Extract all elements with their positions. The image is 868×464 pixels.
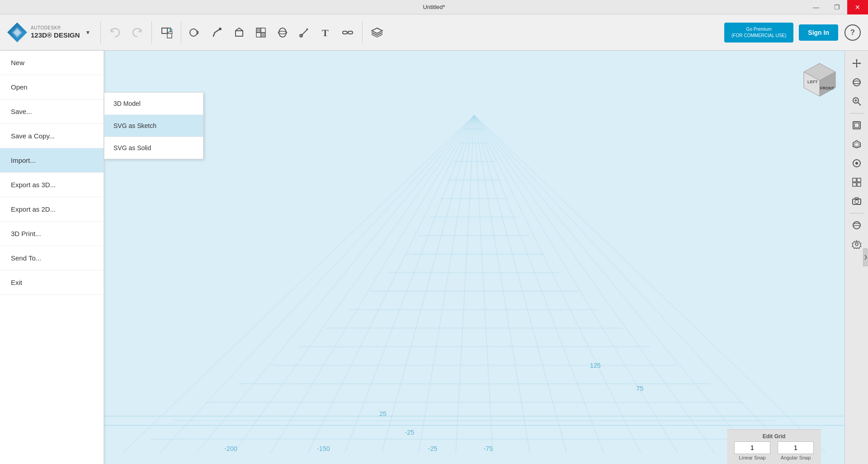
svg-rect-16 [256,33,261,37]
svg-line-62 [123,115,474,453]
smart-duplicate-button[interactable] [186,21,206,44]
sketch-button[interactable] [208,21,227,44]
svg-rect-13 [236,31,243,36]
import-svg-sketch[interactable]: SVG as Sketch [104,115,203,137]
menu-item-exit[interactable]: Exit [0,270,104,295]
angular-snap-input[interactable] [778,441,814,454]
svg-text:-150: -150 [317,445,330,452]
svg-rect-7 [167,33,172,38]
svg-rect-21 [343,31,347,34]
camera-button[interactable] [848,192,866,210]
logo-area: AUTODESK® 123D® DESIGN ▼ [4,23,96,43]
svg-text:125: 125 [590,362,601,369]
svg-line-27 [197,115,474,453]
svg-point-104 [855,243,858,246]
layers-button[interactable] [367,21,387,44]
menu-item-open[interactable]: Open [0,75,104,99]
svg-rect-15 [261,28,265,33]
redo-button[interactable] [127,21,147,44]
svg-rect-91 [854,123,859,128]
svg-marker-83 [859,62,861,64]
svg-text:25: 25 [379,410,387,417]
svg-text:-25: -25 [428,445,438,452]
svg-point-95 [855,162,858,165]
svg-text:FRONT: FRONT [820,86,834,90]
grid-view-button[interactable] [848,173,866,191]
orbit-button[interactable] [848,73,866,91]
modify-button[interactable] [251,21,271,44]
divider-3 [181,21,181,44]
app-menu-dropdown[interactable]: ▼ [84,28,93,38]
chain-button[interactable] [338,21,358,44]
menu-item-export-2d[interactable]: Export as 2D... [0,197,104,222]
svg-marker-80 [856,59,858,61]
import-svg-solid[interactable]: SVG as Solid [104,137,203,159]
minimize-button[interactable]: — [806,0,826,14]
go-premium-button[interactable]: Go Premium (FOR COMMERCIAL USE) [724,23,793,43]
svg-point-84 [853,79,860,86]
construct-button[interactable] [229,21,249,44]
sign-in-button[interactable]: Sign In [799,24,838,41]
svg-rect-99 [857,183,861,186]
menu-item-save[interactable]: Save... [0,99,104,124]
rt-divider-2 [850,213,863,213]
angular-snap-label: Angular Snap [781,455,811,460]
logo-text: AUTODESK® 123D® DESIGN [31,25,80,40]
menu-item-export-3d[interactable]: Export as 3D... [0,173,104,197]
svg-line-29 [271,115,474,453]
svg-line-42 [474,115,752,453]
menu-item-save-copy[interactable]: Save a Copy... [0,124,104,148]
zoom-button[interactable] [848,92,866,110]
3d-canvas[interactable]: .grid-line { stroke: #7ec8e3; stroke-wid… [104,51,844,464]
svg-line-87 [858,103,861,105]
autodesk-logo-icon [7,23,27,43]
linear-snap-input[interactable] [734,441,770,454]
svg-line-32 [382,115,474,453]
svg-text:-75: -75 [483,445,493,452]
svg-line-40 [474,115,678,453]
import-3d-model[interactable]: 3D Model [104,93,203,115]
view-cube[interactable]: LEFT FRONT [799,60,835,96]
divider-2 [151,21,152,44]
svg-line-35 [474,115,493,453]
right-panel-toggle[interactable] [863,248,868,266]
home-view-button[interactable] [848,154,866,172]
svg-rect-22 [348,31,353,34]
primitive-shapes-button[interactable] [156,21,176,44]
pattern-button[interactable] [273,21,292,44]
pan-button[interactable] [848,54,866,72]
text-button[interactable]: T [316,21,336,44]
help-button[interactable]: ? [844,24,861,41]
measure-button[interactable] [294,21,314,44]
right-toolbar [844,51,868,464]
close-button[interactable]: ✕ [847,0,868,14]
undo-button[interactable] [105,21,125,44]
material-button[interactable] [848,216,866,234]
divider-1 [100,21,101,44]
window-controls: — ❐ ✕ [806,0,868,14]
svg-text:T: T [322,27,329,38]
svg-line-41 [474,115,715,453]
perspective-button[interactable] [848,135,866,153]
divider-4 [362,21,363,44]
menu-item-new[interactable]: New [0,51,104,75]
maximize-button[interactable]: ❐ [826,0,847,14]
rt-divider-1 [850,113,863,114]
svg-text:LEFT: LEFT [807,80,818,84]
svg-rect-97 [857,178,861,182]
linear-snap-label: Linear Snap [739,455,765,460]
svg-rect-98 [853,183,856,186]
linear-snap-group: Linear Snap [734,441,770,460]
svg-rect-96 [853,178,856,182]
menu-item-print-3d[interactable]: 3D Print... [0,222,104,246]
menu-item-send-to[interactable]: Send To... [0,246,104,270]
svg-point-85 [853,81,860,84]
menu-item-import[interactable]: Import... [0,148,104,173]
svg-line-37 [474,115,567,453]
edit-grid-label: Edit Grid [763,433,786,440]
svg-marker-81 [856,66,858,68]
svg-rect-2 [162,28,167,33]
fit-all-button[interactable] [848,116,866,134]
grid-svg: .grid-line { stroke: #7ec8e3; stroke-wid… [104,51,844,464]
svg-point-12 [219,28,222,30]
